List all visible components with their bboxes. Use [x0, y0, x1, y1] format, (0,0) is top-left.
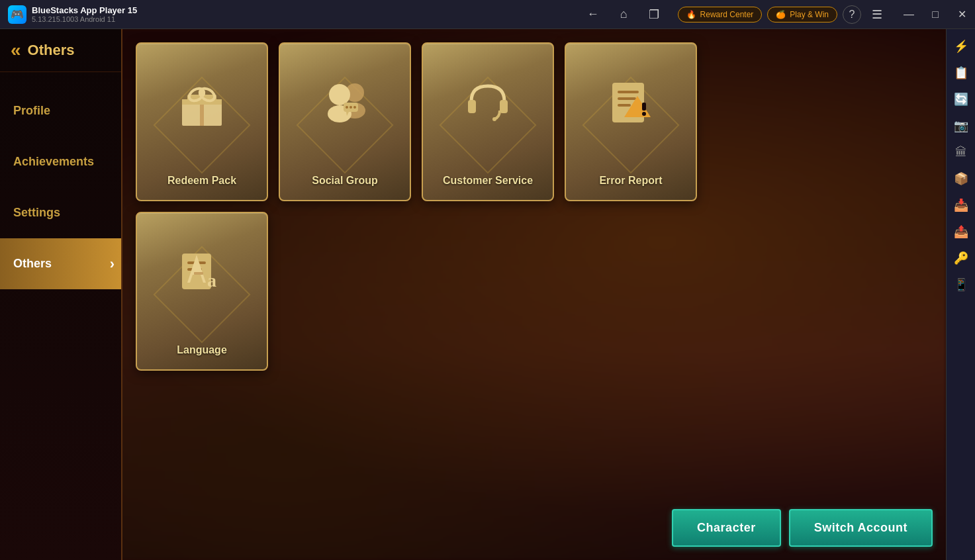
nav-label-achievements: Achievements	[13, 155, 94, 168]
minimize-button[interactable]: —	[896, 0, 922, 29]
reward-label: Reward Center	[700, 10, 754, 19]
app-icon: 🎮	[8, 5, 26, 24]
language-icon-area: a	[137, 213, 267, 330]
nav-items: Profile Achievements Settings Others	[0, 72, 121, 303]
sidebar-icon-2[interactable]: 🔄	[949, 87, 973, 111]
nav-item-achievements[interactable]: Achievements	[0, 136, 121, 187]
layouts-button[interactable]: ❐	[643, 5, 665, 24]
card-language[interactable]: a Language	[136, 212, 268, 371]
play-win-button[interactable]: 🍊 Play & Win	[767, 7, 837, 23]
nav-item-profile[interactable]: Profile	[0, 85, 121, 136]
nav-label-others: Others	[13, 257, 52, 270]
card-social-group[interactable]: Social Group	[279, 42, 411, 201]
switch-account-button[interactable]: Switch Account	[789, 509, 933, 547]
character-button[interactable]: Character	[672, 509, 781, 547]
sidebar-icon-1[interactable]: 📋	[949, 61, 973, 85]
svg-point-6	[199, 90, 205, 97]
social-group-label: Social Group	[312, 175, 378, 187]
svg-point-15	[353, 106, 356, 109]
reward-center-button[interactable]: 🔥 Reward Center	[678, 7, 763, 23]
title-bar: 🎮 BlueStacks App Player 15 5.13.215.1003…	[0, 0, 975, 29]
svg-rect-22	[618, 104, 631, 107]
redeem-pack-icon-area	[137, 44, 267, 161]
svg-point-25	[642, 112, 646, 116]
nav-item-others[interactable]: Others	[0, 238, 121, 289]
help-button[interactable]: ?	[843, 5, 861, 24]
card-redeem-pack[interactable]: Redeem Pack	[136, 42, 268, 201]
report-icon	[604, 76, 657, 129]
panel-header: « Others	[0, 29, 121, 72]
language-label: Language	[177, 344, 227, 356]
cards-row-1: Redeem Pack	[136, 42, 933, 201]
svg-text:a: a	[207, 270, 216, 291]
window-controls: — □ ✕	[896, 0, 975, 29]
svg-point-13	[346, 106, 348, 109]
panel-back-icon[interactable]: «	[11, 40, 21, 61]
cards-row-2: a Language	[136, 212, 933, 371]
customer-service-label: Customer Service	[443, 175, 533, 187]
play-icon: 🍊	[776, 10, 786, 19]
sidebar-icon-6[interactable]: 📥	[949, 193, 973, 217]
customer-service-icon-area	[423, 44, 553, 161]
nav-item-settings[interactable]: Settings	[0, 187, 121, 238]
sidebar-icon-0[interactable]: ⚡	[949, 34, 973, 58]
app-info: BlueStacks App Player 15 5.13.215.1003 A…	[32, 5, 137, 23]
sidebar-icon-7[interactable]: 📤	[949, 220, 973, 244]
sidebar-icon-8[interactable]: 🔑	[949, 246, 973, 270]
social-icon	[318, 76, 371, 129]
svg-rect-20	[618, 91, 639, 93]
language-icon: a	[175, 246, 228, 299]
reward-icon: 🔥	[686, 10, 696, 19]
title-bar-left: 🎮 BlueStacks App Player 15 5.13.215.1003…	[0, 5, 577, 24]
panel-title: Others	[28, 42, 75, 59]
bottom-bar: Character Switch Account	[672, 509, 933, 547]
left-panel: « Others Profile Achievements Settings O…	[0, 29, 122, 560]
play-win-label: Play & Win	[790, 10, 829, 19]
svg-point-9	[329, 84, 350, 105]
error-report-icon-area	[566, 44, 696, 161]
app-subtitle: 5.13.215.1003 Android 11	[32, 15, 137, 23]
card-customer-service[interactable]: Customer Service	[422, 42, 554, 201]
title-bar-actions: 🔥 Reward Center 🍊 Play & Win ? ☰	[670, 5, 896, 24]
sidebar-icon-4[interactable]: 🏛	[949, 140, 973, 164]
svg-rect-21	[618, 97, 636, 100]
social-group-icon-area	[280, 44, 410, 161]
right-sidebar: ⚡ 📋 🔄 📷 🏛 📦 📥 📤 🔑 📱	[946, 29, 975, 560]
maximize-button[interactable]: □	[922, 0, 949, 29]
app-title: BlueStacks App Player 15	[32, 5, 137, 15]
svg-rect-3	[182, 99, 222, 105]
redeem-pack-label: Redeem Pack	[167, 175, 236, 187]
sidebar-icon-5[interactable]: 📦	[949, 167, 973, 191]
gift-icon	[175, 76, 228, 129]
sidebar-icon-9[interactable]: 📱	[949, 273, 973, 297]
card-error-report[interactable]: Error Report	[565, 42, 697, 201]
title-bar-nav: ← ⌂ ❐	[577, 5, 670, 24]
menu-button[interactable]: ☰	[866, 5, 888, 24]
back-button[interactable]: ←	[582, 5, 604, 24]
nav-label-profile: Profile	[13, 104, 50, 117]
main-content: Redeem Pack	[122, 29, 946, 560]
nav-label-settings: Settings	[13, 206, 60, 219]
svg-rect-16	[468, 100, 476, 113]
headset-icon	[461, 76, 514, 129]
home-button[interactable]: ⌂	[615, 5, 633, 24]
sidebar-icon-3[interactable]: 📷	[949, 114, 973, 138]
svg-rect-24	[642, 103, 646, 111]
svg-point-18	[492, 117, 496, 121]
error-report-label: Error Report	[599, 175, 662, 187]
game-area: « Others Profile Achievements Settings O…	[0, 29, 946, 560]
close-button[interactable]: ✕	[949, 0, 975, 29]
svg-rect-30	[194, 272, 203, 275]
svg-point-14	[349, 106, 352, 109]
